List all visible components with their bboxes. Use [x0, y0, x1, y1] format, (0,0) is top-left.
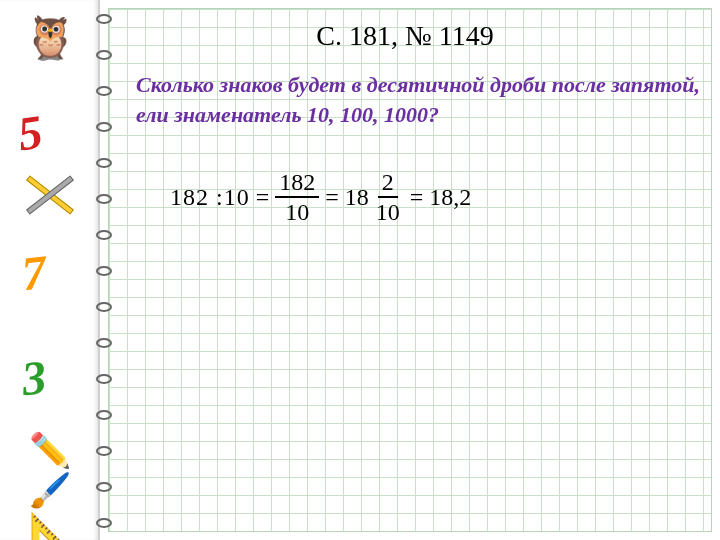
decorative-number-7: 7	[19, 244, 49, 301]
fraction-numerator: 182	[275, 170, 319, 198]
spiral-binding	[96, 10, 112, 530]
equation-result: 18,2	[429, 184, 471, 211]
fraction-182-over-10: 182 10	[275, 170, 319, 224]
fraction-denominator: 10	[281, 198, 313, 224]
decorative-number-3: 3	[19, 349, 49, 406]
equals-2: =	[325, 184, 339, 211]
equation-lhs: 182 :10	[170, 184, 250, 211]
ruler-pencil-icon	[20, 170, 80, 225]
question-text: Сколько знаков будет в десятичной дроби …	[136, 70, 700, 129]
page-title: С. 181, № 1149	[0, 20, 720, 52]
stationery-icon: ✏️🖌️📐	[14, 430, 86, 540]
fraction-numerator: 2	[378, 170, 398, 198]
equals-1: =	[256, 184, 270, 211]
decorative-left-column: 🦉 5 7 3 ✏️🖌️📐	[0, 0, 100, 540]
mixed-number: 18 2 10	[345, 170, 404, 224]
equation-line: 182 :10 = 182 10 = 18 2 10 = 18,2	[170, 170, 471, 224]
fraction-2-over-10: 2 10	[372, 170, 404, 224]
equals-3: =	[410, 184, 424, 211]
mixed-whole: 18	[345, 184, 369, 211]
fraction-denominator: 10	[372, 198, 404, 224]
decorative-number-5: 5	[14, 104, 45, 162]
